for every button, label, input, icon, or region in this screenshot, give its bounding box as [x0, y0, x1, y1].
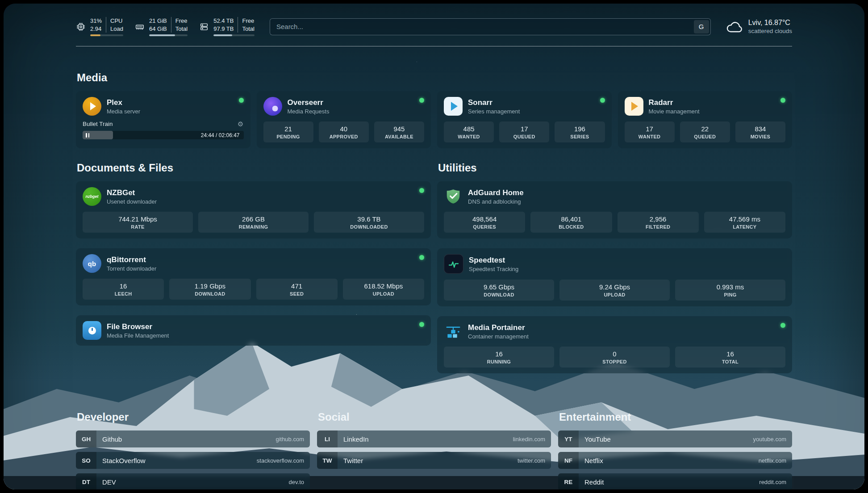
service-card-filebrowser[interactable]: File Browser Media File Management	[76, 315, 431, 346]
stat-label: WANTED	[445, 134, 493, 139]
stat-label: DOWNLOAD	[445, 292, 553, 297]
stat-box: 9.65 GbpsDOWNLOAD	[444, 280, 554, 301]
service-card-adguard[interactable]: AdGuard Home DNS and adblocking 498,564Q…	[437, 181, 792, 238]
stat-value: 16	[83, 282, 163, 290]
bookmark-stackoverflow[interactable]: SO StackOverflow stackoverflow.com	[76, 452, 310, 469]
stat-label: WANTED	[626, 134, 674, 139]
gear-icon[interactable]	[238, 121, 243, 127]
cpu-load-value: 2.94	[90, 25, 102, 33]
stat-label: SERIES	[555, 134, 604, 139]
stat-value: 47.569 ms	[705, 215, 785, 223]
bookmark-twitter[interactable]: TW Twitter twitter.com	[317, 452, 551, 469]
bookmark-youtube[interactable]: YT YouTube youtube.com	[558, 430, 792, 447]
plex-icon	[83, 97, 101, 116]
service-title: File Browser	[107, 322, 169, 331]
bookmark-name: YouTube	[584, 435, 611, 443]
resource-disk: 52.4 TB Free 97.9 TB Total	[199, 17, 255, 36]
stat-box: 0.993 msPING	[675, 280, 785, 301]
stat-box: 2,956FILTERED	[618, 212, 699, 233]
stat-label: FILTERED	[618, 224, 698, 230]
stat-value: 40	[320, 125, 368, 133]
cpu-usage-label: CPU	[106, 17, 123, 25]
stat-value: 2,956	[618, 215, 698, 223]
service-card-sonarr[interactable]: Sonarr Series management 485WANTED 17QUE…	[437, 91, 612, 148]
service-subtitle: Movie management	[649, 108, 700, 115]
stat-box: 834MOVIES	[735, 121, 785, 142]
section-title-documents: Documents & Files	[77, 162, 431, 174]
bookmark-reddit[interactable]: RE Reddit reddit.com	[558, 473, 792, 489]
service-subtitle: Usenet downloader	[107, 198, 157, 205]
stat-label: AVAILABLE	[375, 134, 423, 139]
stat-value: 17	[500, 125, 548, 133]
bookmark-url: github.com	[275, 436, 304, 443]
weather-location: Lviv, 16.87°C	[748, 19, 792, 27]
status-dot	[419, 255, 424, 260]
memory-free-label: Free	[171, 17, 188, 25]
memory-progress-bar	[149, 34, 188, 36]
service-title: Radarr	[649, 98, 700, 107]
cpu-load-label: Load	[106, 25, 123, 33]
stat-value: 86,401	[531, 215, 611, 223]
section-title-entertainment: Entertainment	[559, 411, 792, 423]
service-subtitle: DNS and adblocking	[468, 198, 524, 205]
service-title: AdGuard Home	[468, 188, 524, 197]
stat-value: 21	[264, 125, 313, 133]
bookmark-name: Twitter	[343, 457, 363, 464]
stat-box: 39.6 TBDOWNLOADED	[314, 212, 424, 233]
bookmark-abbr: YT	[558, 430, 579, 447]
service-title: qBittorrent	[107, 255, 156, 264]
bookmark-netflix[interactable]: NF Netflix netflix.com	[558, 452, 792, 469]
stat-label: STOPPED	[560, 359, 669, 364]
stat-value: 17	[626, 125, 674, 133]
service-title: Overseerr	[288, 98, 330, 107]
memory-free-value: 21 GiB	[149, 17, 167, 25]
status-dot	[780, 98, 785, 103]
search-provider-button[interactable]: G	[694, 20, 709, 33]
bookmark-abbr: DT	[76, 473, 96, 489]
service-card-radarr[interactable]: Radarr Movie management 17WANTED 22QUEUE…	[618, 91, 793, 148]
bookmark-name: DEV	[102, 478, 116, 486]
stat-label: DOWNLOADED	[315, 224, 423, 230]
search-input[interactable]	[270, 18, 711, 35]
stat-box: 485WANTED	[444, 121, 494, 142]
stat-label: RATE	[83, 224, 192, 230]
service-card-portainer[interactable]: Media Portainer Container management 16R…	[437, 316, 792, 373]
memory-icon	[135, 22, 145, 32]
bookmark-abbr: NF	[558, 452, 579, 469]
stat-label: QUEUED	[681, 134, 729, 139]
service-card-qbittorrent[interactable]: qb qBittorrent Torrent downloader 16LEEC…	[76, 248, 431, 305]
status-dot	[780, 323, 785, 328]
service-card-plex[interactable]: Plex Media server Bullet Train 24:44 / 0…	[76, 91, 250, 148]
stat-box: 16LEECH	[83, 279, 164, 300]
stat-box: 266 GBREMAINING	[198, 212, 309, 233]
stat-box: 945AVAILABLE	[374, 121, 424, 142]
service-card-overseerr[interactable]: Overseerr Media Requests 21PENDING 40APP…	[257, 91, 431, 148]
sonarr-icon	[444, 97, 463, 116]
service-title: Media Portainer	[468, 323, 529, 332]
bookmark-github[interactable]: GH Github github.com	[76, 430, 310, 447]
search-bar: G	[270, 18, 711, 35]
service-card-speedtest[interactable]: Speedtest Speedtest Tracking 9.65 GbpsDO…	[437, 248, 792, 306]
service-title: NZBGet	[107, 188, 157, 197]
bookmark-abbr: GH	[76, 430, 96, 447]
stat-label: PENDING	[264, 134, 313, 139]
adguard-icon	[444, 187, 463, 206]
bookmark-dev[interactable]: DT DEV dev.to	[76, 473, 310, 489]
section-title-developer: Developer	[77, 411, 310, 423]
resource-widgets: 31% CPU 2.94 Load	[76, 17, 255, 36]
stat-value: 196	[555, 125, 604, 133]
bookmark-group-social: Social LI LinkedIn linkedin.com TW Twitt…	[317, 411, 551, 489]
disk-free-label: Free	[238, 17, 254, 25]
stat-label: QUEUED	[500, 134, 548, 139]
stat-label: SEED	[257, 291, 337, 297]
service-card-nzbget[interactable]: nzbget NZBGet Usenet downloader 744.21 M…	[76, 181, 431, 238]
pause-icon[interactable]	[86, 133, 89, 138]
bookmark-linkedin[interactable]: LI LinkedIn linkedin.com	[317, 430, 551, 447]
stat-label: DOWNLOAD	[170, 291, 250, 297]
stat-value: 471	[257, 282, 337, 290]
service-subtitle: Media File Management	[107, 332, 169, 339]
disk-total-label: Total	[238, 25, 254, 33]
stat-box: 196SERIES	[555, 121, 605, 142]
stat-box: 47.569 msLATENCY	[704, 212, 785, 233]
disk-total-value: 97.9 TB	[213, 25, 234, 33]
